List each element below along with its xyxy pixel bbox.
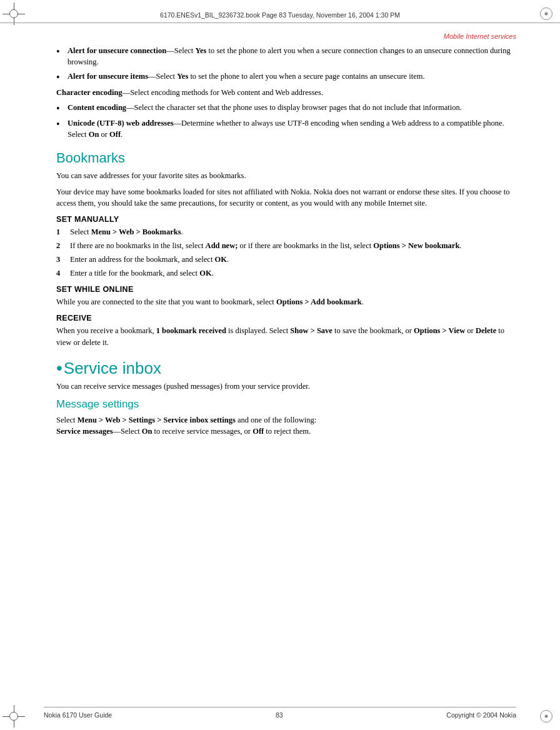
bullet-dot-1: • [56, 45, 68, 68]
bullet-text-alert-items: Alert for unsecure items—Select Yes to s… [68, 71, 516, 83]
options-view-label: Options > View [414, 326, 465, 335]
show-save-label: Show > Save [290, 326, 332, 335]
corner-decoration-br [535, 705, 558, 728]
add-new-label: Add new; [206, 241, 238, 250]
bookmark-received-label: 1 bookmark received [156, 326, 226, 335]
bookmarks-para2: Your device may have some bookmarks load… [56, 186, 516, 209]
ok-label-2: OK [199, 269, 211, 278]
char-encoding-label: Character encoding [56, 88, 122, 97]
step-num-1: 1 [56, 226, 70, 238]
receive-para: When you receive a bookmark, 1 bookmark … [56, 325, 516, 348]
top-bar-text: 6170.ENESv1_BIL_9236732.book Page 83 Tue… [160, 11, 400, 19]
bullet-item-unicode: • Unicode (UTF-8) web addresses—Determin… [56, 118, 516, 140]
menu-web-settings-label: Menu > Web > Settings > Service inbox se… [78, 416, 236, 424]
message-settings-para: Select Menu > Web > Settings > Service i… [56, 414, 516, 437]
on-label: On [89, 130, 99, 139]
menu-web-bookmarks: Menu > Web > Bookmarks [91, 228, 181, 236]
service-inbox-section: • Service inbox [56, 359, 516, 378]
message-settings-heading: Message settings [56, 398, 516, 411]
yes-label-1: Yes [195, 46, 206, 55]
step-text-3: Enter an address for the bookmark, and s… [70, 254, 516, 265]
step-3: 3 Enter an address for the bookmark, and… [56, 254, 516, 265]
off-label: Off [109, 130, 121, 139]
bookmarks-heading: Bookmarks [56, 150, 516, 166]
bullet-section-encoding: • Content encoding—Select the character … [56, 102, 516, 140]
off-label-service: Off [252, 427, 264, 436]
service-inbox-bullet: • [56, 359, 62, 377]
bullet-text-content-encoding: Content encoding—Select the character se… [68, 102, 516, 114]
on-label-service: On [142, 427, 152, 436]
footer-right: Copyright © 2004 Nokia [446, 711, 516, 719]
service-inbox-heading-text: Service inbox [64, 359, 161, 378]
yes-label-2: Yes [177, 72, 188, 81]
delete-label: Delete [476, 326, 496, 335]
bookmarks-para1: You can save addresses for your favorite… [56, 170, 516, 181]
step-num-4: 4 [56, 268, 70, 279]
bullet-dot-2: • [56, 71, 68, 83]
footer-left: Nokia 6170 User Guide [44, 711, 112, 719]
step-1: 1 Select Menu > Web > Bookmarks. [56, 226, 516, 238]
unicode-label: Unicode (UTF-8) web addresses [68, 119, 174, 128]
top-bar: 6170.ENESv1_BIL_9236732.book Page 83 Tue… [0, 11, 560, 23]
bullet-item-alert-connection: • Alert for unsecure connection—Select Y… [56, 45, 516, 68]
bullet-item-alert-items: • Alert for unsecure items—Select Yes to… [56, 71, 516, 83]
service-inbox-para: You can receive service messages (pushed… [56, 381, 516, 392]
right-header: Mobile Internet services [444, 32, 516, 40]
step-num-2: 2 [56, 240, 70, 251]
alert-connection-label: Alert for unsecure connection [68, 46, 166, 55]
step-num-3: 3 [56, 254, 70, 265]
set-while-online-heading: SET WHILE ONLINE [56, 285, 516, 294]
page: 6170.ENESv1_BIL_9236732.book Page 83 Tue… [0, 0, 560, 730]
step-2: 2 If there are no bookmarks in the list,… [56, 240, 516, 251]
step-text-2: If there are no bookmarks in the list, s… [70, 240, 516, 251]
bullet-item-content-encoding: • Content encoding—Select the character … [56, 102, 516, 114]
char-encoding-para: Character encoding—Select encoding metho… [56, 87, 516, 98]
step-4: 4 Enter a title for the bookmark, and se… [56, 268, 516, 279]
corner-decoration-bl [2, 705, 25, 728]
set-manually-heading: SET MANUALLY [56, 215, 516, 224]
service-messages-label: Service messages [56, 427, 113, 436]
main-content: • Alert for unsecure connection—Select Y… [56, 45, 516, 692]
bullet-text-alert-connection: Alert for unsecure connection—Select Yes… [68, 45, 516, 68]
set-while-online-para: While you are connected to the site that… [56, 296, 516, 308]
bullet-text-unicode: Unicode (UTF-8) web addresses—Determine … [68, 118, 516, 140]
bullet-dot-4: • [56, 118, 68, 140]
bullet-dot-3: • [56, 102, 68, 114]
bullet-section-alerts: • Alert for unsecure connection—Select Y… [56, 45, 516, 83]
step-text-1: Select Menu > Web > Bookmarks. [70, 226, 516, 238]
alert-items-label: Alert for unsecure items [68, 72, 148, 81]
options-add-bookmark: Options > Add bookmark [276, 298, 362, 306]
footer-center: 83 [276, 711, 283, 719]
ok-label-1: OK [215, 255, 227, 264]
footer: Nokia 6170 User Guide 83 Copyright © 200… [44, 707, 516, 719]
options-new-bookmark: Options > New bookmark [373, 241, 459, 250]
content-encoding-label: Content encoding [68, 103, 126, 112]
receive-heading: RECEIVE [56, 314, 516, 322]
step-text-4: Enter a title for the bookmark, and sele… [70, 268, 516, 279]
